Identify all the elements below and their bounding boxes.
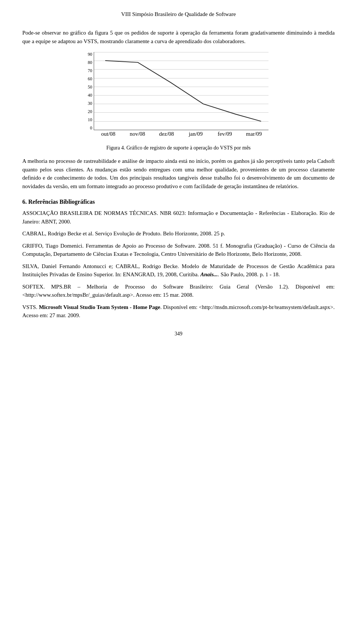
y-label-60: 60 xyxy=(82,77,92,81)
main-paragraph-1: A melhoria no processo de rastreabilidad… xyxy=(22,157,335,190)
ref4-anais: Anais... xyxy=(200,271,218,277)
x-label-out08: out/08 xyxy=(94,131,123,137)
x-label-dez08: dez/08 xyxy=(152,131,181,137)
ref1-author: ASSOCIAÇÃO BRASILEIRA DE NORMAS TÉCNICAS… xyxy=(22,210,158,216)
ref6-title: Microsoft Visual Studio Team System - Ho… xyxy=(39,304,160,310)
intro-paragraph: Pode-se observar no gráfico da figura 5 … xyxy=(22,29,335,45)
y-label-80: 80 xyxy=(82,60,92,65)
ref2: CABRAL, Rodrigo Becke et al. Serviço Evo… xyxy=(22,229,335,238)
figure-caption: Figura 4. Gráfico de registro de suporte… xyxy=(22,145,335,151)
ref2-author: CABRAL, Rodrigo Becke et al. xyxy=(22,231,94,236)
chart-line-svg xyxy=(94,52,268,130)
ref1: ASSOCIAÇÃO BRASILEIRA DE NORMAS TÉCNICAS… xyxy=(22,209,335,226)
y-axis-labels: 0 10 20 30 40 50 60 70 80 90 xyxy=(82,52,92,130)
section-heading: 6. Referências Bibliográficas xyxy=(22,199,335,205)
chart-container: 0 10 20 30 40 50 60 70 80 90 xyxy=(82,52,275,141)
chart-line xyxy=(105,61,261,121)
ref6-content: Microsoft Visual Studio Team System - Ho… xyxy=(22,304,335,319)
chart-plot-area xyxy=(94,52,268,130)
ref2-content: Serviço Evolução de Produto. Belo Horizo… xyxy=(95,231,225,236)
header-title: VIII Simpósio Brasileiro de Qualidade de… xyxy=(121,11,236,17)
y-label-50: 50 xyxy=(82,85,92,89)
ref3: GRIFFO, Tiago Domenici. Ferramentas de A… xyxy=(22,242,335,258)
chart-wrapper: 0 10 20 30 40 50 60 70 80 90 xyxy=(82,52,275,141)
y-label-20: 20 xyxy=(82,109,92,114)
ref5: SOFTEX. MPS.BR – Melhoria de Processo do… xyxy=(22,283,335,299)
ref3-author: GRIFFO, Tiago Domenici. xyxy=(22,243,84,249)
ref6: VSTS. Microsoft Visual Studio Team Syste… xyxy=(22,303,335,320)
y-label-70: 70 xyxy=(82,68,92,73)
ref4-author: SILVA, Daniel Fernando Antonucci e; CABR… xyxy=(22,263,179,269)
x-axis-labels: out/08 nov/08 dez/08 jan/09 fev/09 mar/0… xyxy=(94,131,268,137)
y-label-40: 40 xyxy=(82,93,92,97)
x-label-fev09: fev/09 xyxy=(210,131,239,137)
y-label-90: 90 xyxy=(82,52,92,57)
ref6-author: VSTS. xyxy=(22,304,37,310)
y-label-30: 30 xyxy=(82,101,92,106)
page-number: 349 xyxy=(22,331,335,337)
y-label-0: 0 xyxy=(82,126,92,130)
x-label-mar09: mar/09 xyxy=(239,131,268,137)
x-label-nov08: nov/08 xyxy=(123,131,152,137)
y-label-10: 10 xyxy=(82,117,92,122)
x-label-jan09: jan/09 xyxy=(181,131,210,137)
ref5-content: SOFTEX. MPS.BR – Melhoria de Processo do… xyxy=(22,284,335,298)
references-list: ASSOCIAÇÃO BRASILEIRA DE NORMAS TÉCNICAS… xyxy=(22,209,335,320)
page-header: VIII Simpósio Brasileiro de Qualidade de… xyxy=(22,11,335,17)
ref4: SILVA, Daniel Fernando Antonucci e; CABR… xyxy=(22,262,335,279)
